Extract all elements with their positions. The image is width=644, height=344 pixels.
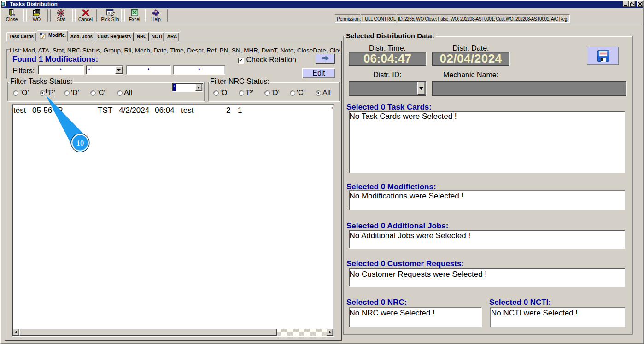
svg-text:?: ? — [155, 10, 157, 13]
svg-text:10: 10 — [76, 139, 84, 147]
